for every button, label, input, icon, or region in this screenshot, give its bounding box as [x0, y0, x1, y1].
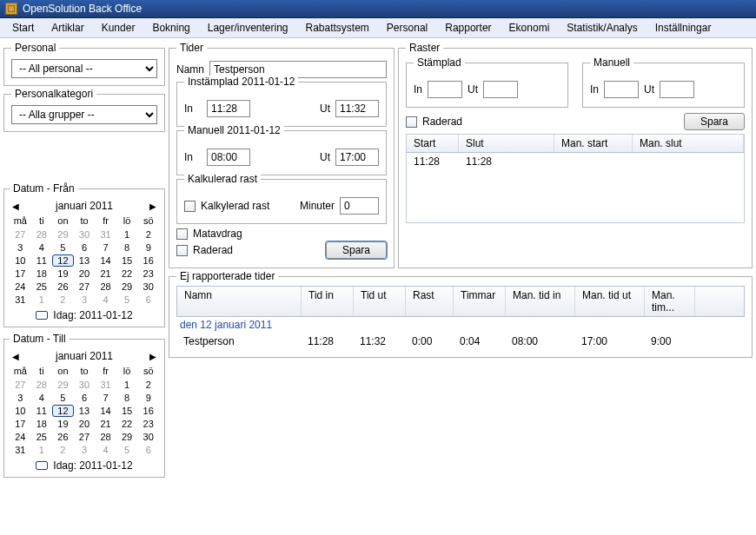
menu-kunder[interactable]: Kunder [93, 18, 144, 37]
cal-day[interactable]: 31 [95, 228, 116, 241]
cal-day[interactable]: 2 [52, 294, 74, 306]
raster-raderad-checkbox[interactable]: Raderad [406, 116, 462, 128]
cal-day[interactable]: 2 [137, 379, 159, 391]
cal-day[interactable]: 20 [74, 268, 96, 280]
col-manslut[interactable]: Man. slut [633, 135, 744, 152]
cal-day[interactable]: 12 [52, 254, 74, 267]
cal-from-today[interactable]: Idag: 2011-01-12 [53, 309, 132, 321]
instamplad-ut-input[interactable] [335, 100, 379, 117]
cal-day[interactable]: 9 [137, 241, 159, 254]
cal-day[interactable]: 23 [137, 268, 159, 280]
cal-day[interactable]: 31 [95, 379, 116, 391]
manuell-ut-input[interactable] [335, 149, 379, 166]
raster-manuell-ut-input[interactable] [660, 81, 694, 98]
cal-day[interactable]: 3 [10, 241, 31, 254]
col-timmar[interactable]: Timmar [454, 287, 506, 316]
raderad-checkbox[interactable]: Raderad [176, 244, 233, 256]
cal-day[interactable]: 18 [31, 418, 53, 430]
raster-row[interactable]: 11:2811:28 [407, 153, 744, 170]
menu-instllningar[interactable]: Inställningar [647, 18, 720, 37]
cal-day[interactable]: 29 [52, 228, 74, 241]
kalkylerad-checkbox[interactable]: Kalkylerad rast [184, 200, 269, 212]
cal-day[interactable]: 25 [31, 431, 53, 443]
col-manstart[interactable]: Man. start [554, 135, 633, 152]
col-slut[interactable]: Slut [459, 135, 554, 152]
cal-day[interactable]: 26 [52, 281, 74, 293]
cal-day[interactable]: 5 [52, 241, 74, 254]
col-mantidut[interactable]: Man. tid ut [575, 287, 645, 316]
raster-spara-button[interactable]: Spara [684, 113, 745, 130]
manuell-in-input[interactable] [207, 149, 250, 166]
cal-day[interactable]: 2 [137, 228, 159, 241]
cal-day[interactable]: 10 [10, 254, 31, 267]
cal-day[interactable]: 16 [137, 405, 159, 417]
cal-day[interactable]: 28 [31, 379, 53, 391]
cal-day[interactable]: 28 [95, 281, 116, 293]
cal-day[interactable]: 9 [137, 392, 159, 404]
cal-day[interactable]: 29 [52, 379, 74, 391]
cal-day[interactable]: 4 [95, 444, 116, 456]
cal-day[interactable]: 5 [116, 444, 138, 456]
cal-day[interactable]: 4 [95, 294, 116, 306]
cal-day[interactable]: 17 [10, 268, 31, 280]
cal-day[interactable]: 4 [31, 392, 53, 404]
cal-day[interactable]: 31 [10, 294, 31, 306]
cal-day[interactable]: 27 [10, 228, 31, 241]
cal-day[interactable]: 6 [137, 294, 159, 306]
cal-day[interactable]: 27 [74, 281, 96, 293]
cal-day[interactable]: 30 [137, 431, 159, 443]
cal-day[interactable]: 4 [31, 241, 53, 254]
menu-start[interactable]: Start [3, 18, 43, 37]
cal-day[interactable]: 27 [74, 431, 96, 443]
cal-day[interactable]: 30 [74, 228, 96, 241]
cal-day[interactable]: 6 [74, 392, 96, 404]
cal-day[interactable]: 10 [10, 405, 31, 417]
cal-day[interactable]: 7 [95, 241, 116, 254]
col-start[interactable]: Start [407, 135, 459, 152]
menu-rapporter[interactable]: Rapporter [436, 18, 500, 37]
cal-day[interactable]: 31 [10, 444, 31, 456]
cal-day[interactable]: 19 [52, 268, 74, 280]
menu-bokning[interactable]: Bokning [143, 18, 198, 37]
kategori-select[interactable]: -- Alla grupper -- [11, 105, 157, 124]
menu-statistikanalys[interactable]: Statistik/Analys [558, 18, 646, 37]
cal-day[interactable]: 21 [95, 418, 116, 430]
cal-day[interactable]: 22 [116, 418, 138, 430]
raster-manuell-in-input[interactable] [604, 81, 639, 98]
cal-day[interactable]: 6 [74, 241, 96, 254]
cal-day[interactable]: 17 [10, 418, 31, 430]
cal-prev-icon[interactable]: ◀ [10, 350, 22, 362]
cal-day[interactable]: 1 [31, 444, 53, 456]
cal-to-today[interactable]: Idag: 2011-01-12 [53, 459, 132, 472]
cal-day[interactable]: 7 [95, 392, 116, 404]
col-tidin[interactable]: Tid in [302, 287, 354, 316]
cal-day[interactable]: 3 [10, 392, 31, 404]
cal-day[interactable]: 8 [116, 392, 138, 404]
cal-day[interactable]: 15 [116, 405, 138, 417]
cal-day[interactable]: 13 [74, 254, 96, 267]
cal-day[interactable]: 11 [31, 405, 53, 417]
cal-day[interactable]: 24 [10, 431, 31, 443]
col-rast[interactable]: Rast [406, 287, 454, 316]
stamplad-in-input[interactable] [428, 81, 462, 98]
cal-day[interactable]: 15 [116, 254, 138, 267]
cal-day[interactable]: 18 [31, 268, 53, 280]
cal-day[interactable]: 14 [95, 254, 116, 267]
stamplad-ut-input[interactable] [483, 81, 518, 98]
menu-lagerinventering[interactable]: Lager/inventering [199, 18, 297, 37]
cal-day[interactable]: 29 [116, 431, 138, 443]
cal-next-icon[interactable]: ▶ [147, 200, 159, 212]
cal-day[interactable]: 5 [52, 392, 74, 404]
cal-day[interactable]: 28 [31, 228, 53, 241]
instamplad-in-input[interactable] [207, 100, 250, 117]
cal-day[interactable]: 30 [74, 379, 96, 391]
ej-row[interactable]: Testperson11:2811:320:000:0408:0017:009:… [176, 333, 745, 350]
cal-day[interactable]: 12 [52, 405, 74, 417]
cal-day[interactable]: 28 [95, 431, 116, 443]
cal-day[interactable]: 14 [95, 405, 116, 417]
cal-day[interactable]: 5 [116, 294, 138, 306]
col-tidut[interactable]: Tid ut [354, 287, 406, 316]
cal-day[interactable]: 30 [137, 281, 159, 293]
cal-day[interactable]: 3 [74, 294, 96, 306]
col-namn[interactable]: Namn [177, 287, 302, 316]
